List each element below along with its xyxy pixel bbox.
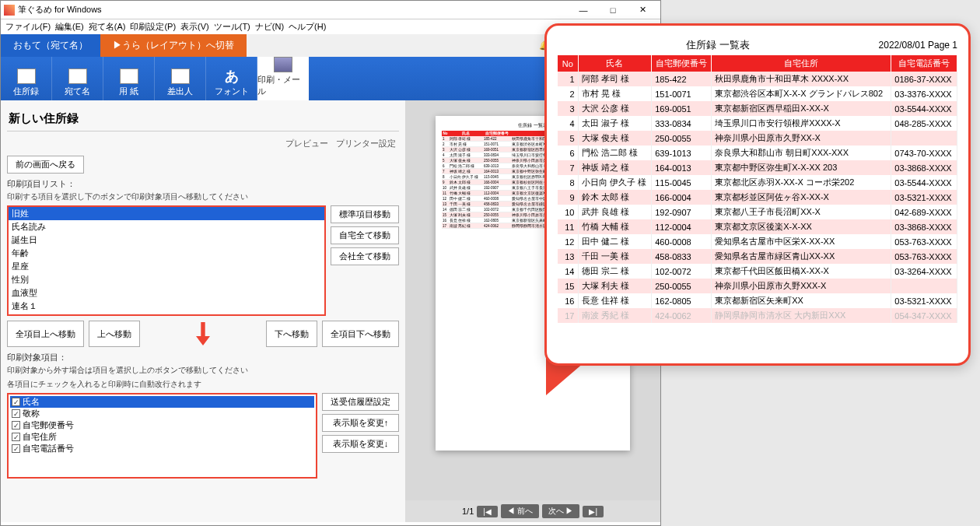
zoom-callout: 住所録 一覧表 2022/08/01 Page 1 No 氏名 自宅郵便番号 自…: [544, 23, 971, 366]
all-bottom-button[interactable]: 全項目下へ移動: [322, 321, 399, 347]
col-zip: 自宅郵便番号: [652, 55, 712, 72]
table-row: 15大塚 利夫 様250-0055神奈川県小田原市久野XXX-X: [558, 279, 957, 293]
target-item[interactable]: ✓自宅住所: [10, 431, 314, 443]
section-title: 新しい住所録: [7, 107, 399, 132]
checkbox-icon[interactable]: ✓: [12, 421, 20, 430]
atena-icon: [68, 68, 87, 84]
table-row: 9鈴木 太郎 様166-0004東京都杉並区阿佐ヶ谷X-XX-X03-5321-…: [558, 190, 957, 205]
table-row: 10武井 良雄 様192-0907東京都八王子市長沼町XX-X042-689-X…: [558, 205, 957, 219]
ribbon-paper[interactable]: 用 紙: [103, 57, 155, 100]
menu-help[interactable]: ヘルプ(H): [289, 21, 326, 33]
source-list-desc: 印刷する項目を選択し下のボタンで印刷対象項目へ移動してください: [7, 191, 399, 202]
app-title: 筆ぐるめ for Windows: [18, 4, 569, 16]
table-row: 7神坂 靖之 様164-0013東京都中野区弥生町X-X-XX 20303-38…: [558, 160, 957, 175]
ribbon-atena[interactable]: 宛て名: [52, 57, 103, 100]
std-move-button[interactable]: 標準項目移動: [331, 205, 399, 223]
app-icon: [4, 5, 15, 16]
table-row: 6門松 浩二郎 様639-1013奈良県大和郡山市 朝日町XXX-XXX0743…: [558, 146, 957, 160]
source-item[interactable]: 氏名読み: [9, 220, 324, 233]
source-item[interactable]: 連名１: [9, 300, 324, 313]
move-button-row: 全項目上へ移動 上へ移動 下へ移動 全項目下へ移動: [7, 321, 399, 347]
target-item[interactable]: ✓自宅電話番号: [10, 443, 314, 454]
table-row: 2市村 晃 様151-0071東京都渋谷区本町X-X-X グランドパレス8020…: [558, 86, 957, 101]
tab-back[interactable]: ▶うら（レイアウト）へ切替: [100, 34, 247, 57]
table-row: 4太田 淑子 様333-0834埼玉県川口市安行領根岸XXXX-X048-285…: [558, 116, 957, 131]
company-all-move-button[interactable]: 会社全て移動: [331, 247, 399, 265]
menu-file[interactable]: ファイル(F): [5, 21, 51, 33]
target-listbox[interactable]: ✓氏名 ✓敬称 ✓自宅郵便番号 ✓自宅住所 ✓自宅電話番号: [7, 393, 317, 479]
table-row: 13千田 一美 様458-0833愛知県名古屋市緑区青山XX-XX053-763…: [558, 249, 957, 264]
menu-print[interactable]: 印刷設定(P): [130, 21, 176, 33]
down-arrow-icon: [196, 322, 210, 345]
menu-atena[interactable]: 宛て名(A): [89, 21, 126, 33]
maximize-button[interactable]: □: [598, 2, 628, 19]
printer-settings-link[interactable]: プリンター設定: [336, 138, 396, 149]
home-all-move-button[interactable]: 自宅全て移動: [331, 226, 399, 244]
table-row: 1阿部 孝司 様185-422秋田県鹿角市十和田草木 XXXX-XX0186-3…: [558, 72, 957, 86]
paper-icon: [120, 68, 138, 84]
source-item[interactable]: 性別: [9, 273, 324, 286]
col-tel: 自宅電話番号: [891, 55, 957, 72]
sort-down-button[interactable]: 表示順を変更↓: [322, 435, 399, 453]
menu-navi[interactable]: ナビ(N): [255, 21, 284, 33]
table-row: 11竹橋 大輔 様112-0004東京都文京区後楽X-X-XX03-3868-X…: [558, 219, 957, 234]
checkbox-icon[interactable]: ✓: [12, 409, 20, 418]
col-name: 氏名: [578, 55, 652, 72]
tab-front[interactable]: おもて（宛て名）: [1, 34, 100, 57]
source-list-label: 印刷項目リスト：: [7, 178, 399, 190]
target-item[interactable]: ✓敬称: [10, 408, 314, 419]
menu-tool[interactable]: ツール(T): [214, 21, 250, 33]
table-row: 5大塚 俊夫 様250-0055神奈川県小田原市久野XX-X: [558, 131, 957, 146]
titlebar: 筆ぐるめ for Windows — □ ✕: [1, 1, 660, 19]
target-item[interactable]: ✓自宅郵便番号: [10, 419, 314, 431]
checkbox-icon[interactable]: ✓: [12, 444, 20, 453]
source-item[interactable]: 血液型: [9, 286, 324, 300]
source-item[interactable]: 星座: [9, 260, 324, 273]
source-item[interactable]: 旧姓: [9, 207, 324, 220]
source-item[interactable]: 誕生日: [9, 233, 324, 247]
callout-date: 2022/08/01 Page 1: [879, 40, 957, 51]
table-row: 8小日向 伊久子 様115-0045東京都北区赤羽X-XX-X コーポ栄2020…: [558, 175, 957, 190]
ribbon-font[interactable]: あフォント: [206, 57, 257, 100]
minimize-button[interactable]: —: [569, 2, 598, 19]
table-row: 17南波 秀紀 様424-0062静岡県静岡市清水区 大内新田XXX054-34…: [558, 308, 957, 323]
table-row: 3大沢 公彦 様169-0051東京都新宿区西早稲田X-XX-X03-5544-…: [558, 101, 957, 116]
source-item[interactable]: 年齢: [9, 247, 324, 260]
next-page-button[interactable]: 次へ ▶: [542, 504, 580, 518]
checkbox-icon[interactable]: ✓: [12, 398, 20, 406]
checkbox-icon[interactable]: ✓: [12, 433, 20, 441]
menu-edit[interactable]: 編集(E): [55, 21, 84, 33]
table-row: 12田中 健二 様460-0008愛知県名古屋市中区栄X-XX-XX053-76…: [558, 234, 957, 249]
all-top-button[interactable]: 全項目上へ移動: [7, 321, 84, 347]
table-row: 16長意 住祥 様162-0805東京都新宿区矢来町XX03-5321-XXXX: [558, 293, 957, 308]
target-list-label: 印刷対象項目：: [7, 352, 399, 363]
target-item[interactable]: ✓氏名: [10, 396, 314, 408]
callout-title: 住所録 一覧表: [558, 38, 879, 52]
sort-up-button[interactable]: 表示順を変更↑: [322, 414, 399, 432]
first-page-button[interactable]: |◀: [477, 506, 498, 517]
col-addr: 自宅住所: [712, 55, 891, 72]
sublink-row: プレビュー プリンター設定: [7, 132, 399, 156]
down-button[interactable]: 下へ移動: [266, 321, 317, 347]
pager: 1/1 |◀ ◀ 前へ 次へ ▶ ▶|: [405, 500, 660, 522]
ribbon-sender[interactable]: 差出人: [155, 57, 206, 100]
font-icon: あ: [225, 67, 239, 86]
source-item[interactable]: 連名１旧姓: [9, 313, 324, 316]
menu-view[interactable]: 表示(V): [180, 21, 209, 33]
up-button[interactable]: 上へ移動: [89, 321, 140, 347]
preview-link[interactable]: プレビュー: [285, 138, 328, 149]
close-button[interactable]: ✕: [628, 2, 657, 19]
print-icon: [274, 57, 292, 72]
source-listbox[interactable]: 旧姓 氏名読み 誕生日 年齢 星座 性別 血液型 連名１ 連名１旧姓 敬称１: [7, 205, 326, 316]
table-row: 14徳田 宗二 様102-0072東京都千代田区飯田橋X-XX-X03-3264…: [558, 264, 957, 279]
back-button[interactable]: 前の画面へ戻る: [7, 156, 84, 174]
sender-icon: [171, 68, 190, 84]
left-panel: 新しい住所録 プレビュー プリンター設定 前の画面へ戻る 印刷項目リスト： 印刷…: [1, 100, 405, 522]
ribbon-addressbook[interactable]: 住所録: [1, 57, 52, 100]
ribbon-print-mail[interactable]: 印刷・メール: [257, 57, 309, 100]
last-page-button[interactable]: ▶|: [583, 506, 604, 517]
prev-page-button[interactable]: ◀ 前へ: [501, 504, 539, 518]
callout-table: No 氏名 自宅郵便番号 自宅住所 自宅電話番号 1阿部 孝司 様185-422…: [558, 55, 957, 323]
history-button[interactable]: 送受信履歴設定: [322, 393, 399, 411]
addressbook-icon: [17, 68, 36, 84]
